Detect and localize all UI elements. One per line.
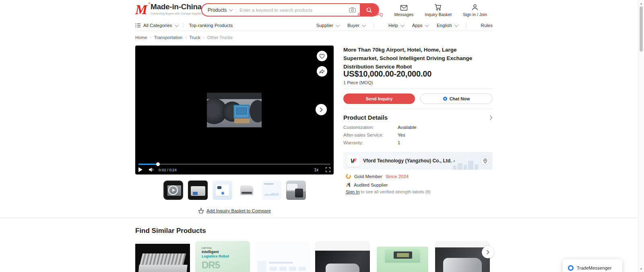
search-category-label: Products [208,7,227,13]
dashboard-sidebar [258,261,266,272]
poster-text: Light-Duty [202,247,250,249]
heart-icon [319,54,325,59]
all-categories-label: All Categories [143,23,172,28]
detail-value: Yes [398,133,405,137]
trade-messenger-widget[interactable]: TradeMessenger [563,259,622,272]
thumbnail-6[interactable] [286,181,306,200]
thumb-device [191,186,205,196]
skyline-block [468,161,473,170]
product-details-header[interactable]: Product Details [343,114,493,121]
detail-row: After-sales Service: Yes [343,133,405,137]
nav-label: English [437,23,452,28]
nav-help[interactable]: Help [388,23,403,28]
supplier-card[interactable]: V F Vford Technology (Yangzhou) Co., Ltd… [343,152,493,170]
header-action-label: Post My RFQ [357,12,383,17]
product-details-heading: Product Details [343,114,388,121]
brand-name: Made-in-China [151,2,203,12]
search-input[interactable] [236,8,345,12]
playback-speed-button[interactable]: 1x [310,168,322,172]
brand-tagline: Connecting Buyers with Chinese Suppliers [151,12,203,15]
breadcrumb-home[interactable]: Home [135,35,147,40]
chat-now-label: Chat Now [450,96,470,101]
supplier-name[interactable]: Vford Technology (Yangzhou) Co., Ltd. [363,158,452,164]
add-to-compare-label: Add Inquiry Basket to Compare [206,208,271,213]
gold-member-label: Gold Member [354,174,382,179]
sign-in-link[interactable]: Sign In [346,189,359,194]
thumbnail-4[interactable] [237,181,257,200]
thumbnail-2[interactable] [188,181,208,200]
video-time: 0:02 / 0:24 [159,168,177,172]
main-nav: All Categories Top-ranking Products Supp… [135,20,493,31]
breadcrumb-truck[interactable]: Truck [190,35,200,40]
location-pin-icon[interactable] [481,156,489,165]
header-action-messages[interactable]: Messages [388,3,419,17]
made-in-china-logo[interactable]: M ® Made-in-China Connecting Buyers with… [135,2,203,17]
header-action-inquiry-basket[interactable]: Inquiry Basket [419,3,457,17]
fullscreen-button[interactable] [322,167,334,172]
nav-top-ranking[interactable]: Top-ranking Products [189,23,233,28]
video-frame-machinery [207,93,262,127]
nav-supplier[interactable]: Supplier [316,23,339,28]
nav-buyer[interactable]: Buyer [347,23,365,28]
add-to-compare-link[interactable]: Add Inquiry Basket to Compare [135,208,334,214]
product-title: More Than 70kg Airport, Hotel, Home, Lar… [343,46,493,71]
breadcrumb-current: Other Trucks [207,35,233,40]
share-button[interactable] [317,66,327,77]
product-video-player[interactable]: 0:02 / 0:24 1x [135,46,334,174]
header-action-post-my-rfq[interactable]: Post My RFQ [352,3,388,17]
nav-separator [466,23,466,28]
scrollbar-up-arrow[interactable]: ▲ [638,0,644,6]
all-categories-menu[interactable]: All Categories [135,23,178,28]
carousel-next-button[interactable] [482,246,494,258]
robot-body [326,264,359,272]
supplier-logo-f: F [353,158,357,164]
similar-card-green-machine[interactable] [375,241,430,272]
top-ranking-label: Top-ranking Products [189,23,233,28]
chevron-down-icon [336,23,340,27]
divider [343,89,493,89]
chevron-down-icon [362,23,366,27]
breadcrumb-transportation[interactable]: Transportation [154,35,183,40]
detail-row: Customization: Available [343,125,416,130]
skyline-block [458,163,462,170]
similar-card-controller[interactable] [135,241,190,272]
volume-button[interactable] [146,167,158,172]
search-category-dropdown[interactable]: Products [202,4,236,16]
play-icon [168,185,178,195]
category-list-icon [135,23,141,28]
fullscreen-icon [326,167,330,172]
card-photo [135,244,190,272]
chat-now-button[interactable]: Chat Now [420,93,493,104]
scrollbar-thumb[interactable] [640,6,643,52]
dashboard-stat [299,267,306,271]
similar-card-delivery-robot-gray[interactable] [435,241,490,272]
breadcrumb-separator: › [150,35,151,40]
similar-card-delivery-robot-dark[interactable] [315,241,370,272]
send-inquiry-button[interactable]: Send Inquiry [343,93,415,104]
nav-label: Rules [481,23,493,28]
chevron-right-icon [320,107,323,112]
similar-card-dashboard[interactable] [255,241,310,272]
similar-products-section: Find Similar Products Light-Duty Intelli… [135,218,493,272]
thumbnail-3[interactable] [213,181,232,200]
favorite-button[interactable] [317,51,327,61]
header-action-sign-in[interactable]: Sign in / Join [457,3,493,17]
page-scrollbar[interactable]: ▲ ▼ [638,0,644,272]
nav-rules[interactable]: Rules [481,23,493,28]
scrollbar-down-arrow[interactable]: ▼ [638,266,644,272]
poster-text: Logistics Robot [202,254,250,258]
rfq-target-icon [366,3,374,11]
logo-text: Made-in-China Connecting Buyers with Chi… [151,2,203,15]
play-button[interactable] [135,167,146,172]
nav-language[interactable]: English [437,23,457,28]
machinery-pallet [234,118,250,123]
signin-strength-row: Sign In to see all verified strength lab… [346,189,431,194]
thumbnail-video-selected[interactable] [163,181,183,200]
chevron-right-icon[interactable] [489,115,493,120]
thumbnail-5[interactable] [262,181,281,200]
skyline-block [453,166,456,170]
next-image-button[interactable] [316,104,327,115]
skyline-graphic [453,161,478,170]
nav-apps[interactable]: Apps [412,23,428,28]
similar-card-logistics-robot-poster[interactable]: Light-Duty Intelligent Logistics Robot D… [195,241,250,272]
